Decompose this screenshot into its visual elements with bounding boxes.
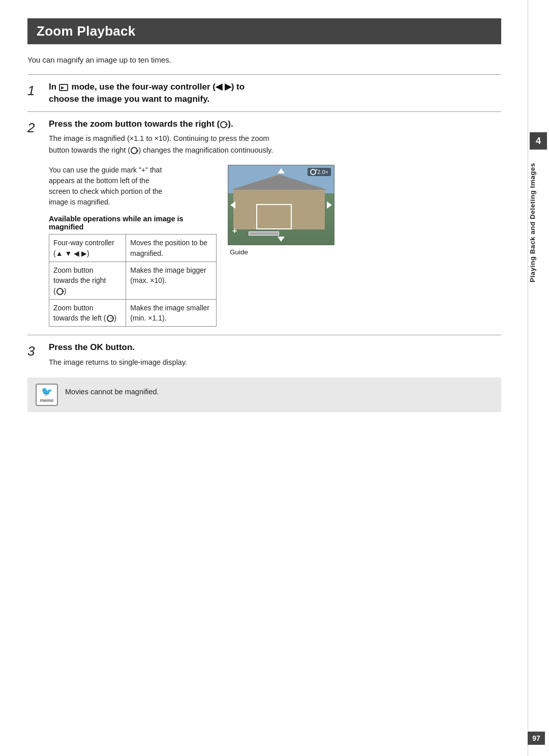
intro-text: You can magnify an image up to ten times… bbox=[27, 55, 501, 64]
guide-text: You can use the guide mark "+" that appe… bbox=[49, 165, 217, 208]
memo-icon-label: memo bbox=[40, 398, 54, 403]
step-2-heading: Press the zoom button towards the right … bbox=[49, 118, 501, 130]
step-2-number: 2 bbox=[27, 118, 49, 136]
table-cell-col2-3: Makes the image smaller (min. ×1.1). bbox=[126, 299, 217, 327]
divider-2 bbox=[27, 111, 501, 112]
divider-1 bbox=[27, 74, 501, 75]
table-cell-col1-2: Zoom buttontowards the right() bbox=[49, 261, 126, 299]
page-number: 97 bbox=[528, 732, 545, 745]
cam-zoom-indicator: 2.0× bbox=[308, 168, 331, 176]
step-3-content: Press the OK button. The image returns t… bbox=[49, 341, 501, 368]
step-2-columns: You can use the guide mark "+" that appe… bbox=[49, 165, 501, 327]
zoom-left-icon bbox=[107, 315, 114, 322]
table-row: Zoom buttontowards the right() Makes the… bbox=[49, 261, 217, 299]
page-container: Zoom Playback You can magnify an image u… bbox=[0, 0, 529, 756]
step-2-left: You can use the guide mark "+" that appe… bbox=[49, 165, 217, 327]
cam-roof bbox=[231, 175, 327, 190]
ops-table: Four-way controller(▲ ▼ ◀ ▶) Moves the p… bbox=[49, 234, 217, 327]
memo-icon: 🐦 memo bbox=[36, 384, 58, 406]
memo-text: Movies cannot be magnified. bbox=[65, 384, 159, 396]
step-1-number: 1 bbox=[27, 81, 49, 99]
step-1-heading: In mode, use the four-way controller (◀ … bbox=[49, 81, 501, 105]
cam-arrow-right-icon bbox=[327, 201, 332, 209]
cam-plus-mark: + bbox=[232, 226, 237, 236]
cam-background: 2.0× + bbox=[228, 165, 334, 245]
table-cell-col1-1: Four-way controller(▲ ▼ ◀ ▶) bbox=[49, 235, 126, 262]
step-1-content: In mode, use the four-way controller (◀ … bbox=[49, 81, 501, 106]
step-3-heading: Press the OK button. bbox=[49, 341, 501, 354]
memo-icon-symbol: 🐦 bbox=[41, 386, 52, 397]
ops-heading: Available operations while an image is m… bbox=[49, 215, 217, 231]
table-cell-col2-2: Makes the image bigger (max. ×10). bbox=[126, 261, 217, 299]
zoom-right-icon-3 bbox=[56, 288, 64, 295]
step-3-row: 3 Press the OK button. The image returns… bbox=[27, 341, 501, 368]
step-1-row: 1 In mode, use the four-way controller (… bbox=[27, 81, 501, 106]
cam-guide-bar bbox=[249, 231, 279, 236]
table-row: Zoom buttontowards the left () Makes the… bbox=[49, 299, 217, 327]
sidebar-label: Playing Back and Deleting Images bbox=[529, 163, 548, 282]
memo-box: 🐦 memo Movies cannot be magnified. bbox=[27, 377, 501, 412]
guide-label: Guide bbox=[230, 248, 248, 256]
cam-zoom-value: 2.0× bbox=[317, 169, 328, 175]
table-cell-col2-1: Moves the position to be magnified. bbox=[126, 235, 217, 262]
step-3-number: 3 bbox=[27, 341, 49, 359]
zoom-right-icon-2 bbox=[131, 147, 138, 154]
zoom-right-icon bbox=[220, 121, 227, 128]
playback-mode-icon bbox=[59, 84, 68, 91]
page-title: Zoom Playback bbox=[27, 18, 501, 44]
title-text: Zoom Playback bbox=[37, 23, 136, 39]
step-3-body: The image returns to single-image displa… bbox=[49, 357, 501, 368]
cam-arrow-up-icon bbox=[278, 168, 285, 173]
table-row: Four-way controller(▲ ▼ ◀ ▶) Moves the p… bbox=[49, 235, 217, 262]
cam-arrow-down-icon bbox=[278, 237, 285, 242]
cam-zoom-circle-icon bbox=[310, 169, 316, 175]
step-2-right: 2.0× + Guide bbox=[228, 165, 501, 256]
sidebar-number: 4 bbox=[530, 132, 547, 150]
divider-3 bbox=[27, 335, 501, 335]
step-2-row: 2 Press the zoom button towards the righ… bbox=[27, 118, 501, 327]
camera-screenshot: 2.0× + bbox=[228, 165, 334, 245]
step-2-content: Press the zoom button towards the right … bbox=[49, 118, 501, 327]
cam-arrow-left-icon bbox=[230, 201, 235, 209]
cam-selection-rect bbox=[256, 204, 292, 229]
sidebar: 4 Playing Back and Deleting Images 97 bbox=[528, 0, 549, 756]
step-2-body: The image is magnified (×1.1 to ×10). Co… bbox=[49, 133, 501, 156]
table-cell-col1-3: Zoom buttontowards the left () bbox=[49, 299, 126, 327]
